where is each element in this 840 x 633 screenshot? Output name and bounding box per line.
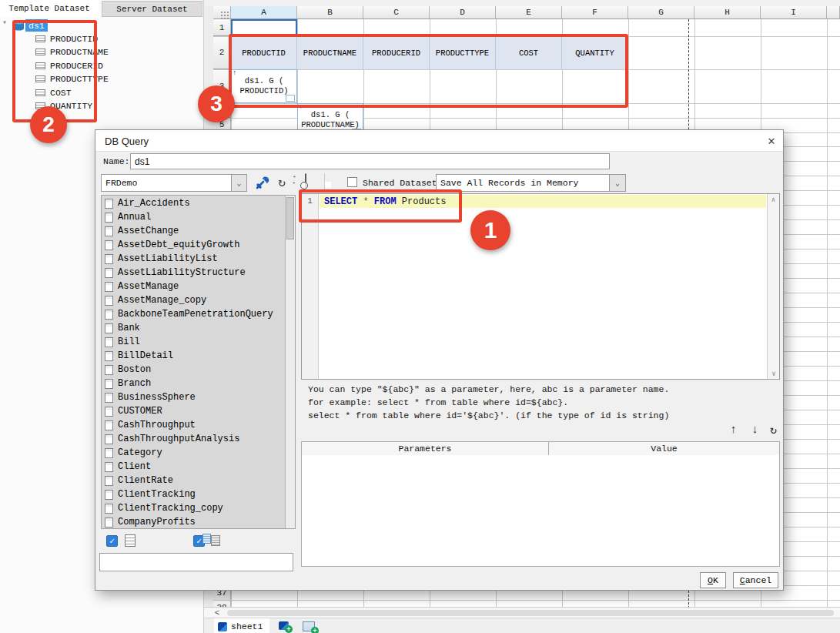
table-list-item[interactable]: AssetLiabilityList	[102, 252, 286, 266]
table-list-item[interactable]: AssetManage_copy	[102, 293, 286, 307]
name-label: Name:	[103, 156, 130, 166]
preview-icon[interactable]	[305, 173, 306, 189]
params-column-header[interactable]: Parameters	[301, 441, 549, 456]
panel-splitter[interactable]: ◂ ▸	[291, 174, 297, 193]
column-header-i[interactable]: I	[761, 6, 827, 19]
table-icon	[105, 504, 113, 514]
cancel-button[interactable]: Cancel	[733, 572, 778, 588]
param-move-up-icon[interactable]: ↑	[730, 424, 737, 437]
table-list-item[interactable]: BusinessSphere	[102, 390, 286, 404]
table-icon	[105, 490, 113, 500]
table-list-item[interactable]: Bill	[102, 335, 286, 349]
table-list-item[interactable]: Bank	[102, 321, 286, 335]
add-form-button[interactable]: +	[303, 621, 315, 631]
wrench-icon	[255, 176, 269, 190]
horizontal-scrollbar[interactable]	[227, 610, 834, 616]
table-list-item[interactable]: AssetChange	[102, 224, 286, 238]
table-list-item[interactable]: BillDetail	[102, 349, 286, 363]
plus-icon: +	[285, 625, 293, 633]
column-header-h[interactable]: H	[694, 6, 761, 19]
sql-scrollbar[interactable]: ∧ ∨	[767, 194, 779, 379]
table-name: AssetChange	[118, 226, 179, 236]
column-header-a[interactable]: A	[231, 6, 297, 19]
shared-dataset-label: Shared Dataset	[363, 178, 437, 188]
grid-corner-cell[interactable]	[213, 6, 231, 19]
tree-collapse-icon[interactable]: ▾	[2, 18, 7, 27]
save-mode-dropdown[interactable]: Save All Records in Memory ⌄	[436, 174, 626, 192]
table-icon	[105, 462, 113, 472]
table-list-item[interactable]: AssetDebt_equityGrowth	[102, 238, 286, 252]
column-header-c[interactable]: C	[363, 6, 430, 19]
table-list-item[interactable]: CUSTOMER	[102, 404, 286, 418]
dialog-titlebar[interactable]: DB Query ✕	[95, 130, 783, 152]
table-list-item[interactable]: CashThroughput	[102, 418, 286, 432]
connection-dropdown[interactable]: FRDemo ⌄	[101, 174, 247, 192]
table-list-scrollbar[interactable]	[285, 196, 295, 528]
close-icon[interactable]: ✕	[765, 134, 778, 148]
tab-template-dataset[interactable]: Template Dataset	[0, 0, 99, 17]
column-header-d[interactable]: D	[430, 6, 496, 19]
table-list-item[interactable]: Branch	[102, 377, 286, 390]
column-header-f[interactable]: F	[562, 6, 628, 19]
formula-line: ds1. G (	[311, 110, 350, 120]
chevron-down-icon[interactable]: ⌄	[609, 174, 626, 192]
scroll-up-icon[interactable]: ∧	[768, 194, 779, 205]
table-list-item[interactable]: CashThroughputAnalysis	[102, 432, 286, 446]
show-tables-checkbox[interactable]: ✓	[106, 535, 118, 547]
table-list-item[interactable]: ClientTracking	[102, 487, 286, 501]
worksheet-icon	[218, 622, 227, 631]
parameter-help-line: select * from table where id='${abc}'. (…	[308, 410, 669, 420]
table-search-input[interactable]	[99, 553, 293, 571]
table-list-item[interactable]: Category	[102, 446, 286, 460]
chevron-down-icon[interactable]: ⌄	[231, 174, 247, 192]
scrollbar-thumb[interactable]	[286, 197, 294, 239]
annotation-box-grid-cells	[229, 34, 628, 108]
table-icon	[105, 268, 113, 278]
table-icon	[105, 282, 113, 292]
table-name: CUSTOMER	[118, 406, 162, 417]
annotation-badge-1: 1	[470, 210, 510, 250]
table-name: Bank	[118, 323, 140, 333]
sheet-bar: < sheet1 + +	[204, 607, 840, 633]
table-list-item[interactable]: CompanyProfits	[102, 515, 286, 529]
table-list-item[interactable]: Boston	[102, 363, 286, 377]
dialog-title: DB Query	[105, 136, 149, 147]
column-header-e[interactable]: E	[496, 6, 562, 19]
connection-config-button[interactable]	[252, 172, 272, 193]
column-header-b[interactable]: B	[297, 6, 363, 19]
tab-server-dataset[interactable]: Server Dataset	[102, 1, 202, 17]
sheet-scroll-left-icon[interactable]: <	[212, 608, 223, 618]
table-list-item[interactable]: AssetLiabilityStructure	[102, 266, 286, 280]
add-worksheet-button[interactable]: +	[279, 621, 289, 630]
shared-dataset-checkbox[interactable]	[347, 177, 357, 187]
name-input[interactable]: ds1	[130, 153, 610, 169]
table-name: AssetDebt_equityGrowth	[118, 239, 239, 250]
ok-button[interactable]: OK	[700, 572, 726, 588]
plus-icon: +	[311, 627, 319, 633]
sheet-tab-label: sheet1	[231, 621, 263, 631]
value-column-header[interactable]: Value	[548, 441, 780, 456]
table-name: Category	[118, 447, 162, 458]
table-icon	[105, 407, 113, 417]
params-table-body[interactable]	[301, 455, 780, 567]
table-list-item[interactable]: Air_Accidents	[102, 196, 286, 210]
connection-value: FRDemo	[101, 174, 232, 192]
param-move-down-icon[interactable]: ↓	[751, 424, 758, 437]
table-list-item[interactable]: ClientRate	[102, 474, 286, 487]
table-name: AssetLiabilityList	[118, 253, 218, 264]
table-list-item[interactable]: Annual	[102, 210, 286, 224]
row-header-1[interactable]: 1	[213, 19, 231, 36]
column-header-g[interactable]: G	[628, 6, 694, 19]
sheet-tab-active[interactable]: sheet1	[214, 618, 269, 633]
table-list-item[interactable]: BackboneTeamPenetrationQuery	[102, 307, 286, 321]
table-list-item[interactable]: Client	[102, 460, 286, 474]
refresh-connection-button[interactable]: ↻	[273, 172, 291, 193]
scroll-down-icon[interactable]: ∨	[768, 368, 780, 379]
table-icon	[105, 310, 113, 320]
table-icon	[105, 213, 113, 223]
table-list-item[interactable]: AssetManage	[102, 280, 286, 293]
column-header-filler	[827, 6, 840, 19]
table-list-item[interactable]: ClientTracking_copy	[102, 501, 286, 515]
table-icon	[105, 226, 113, 236]
param-refresh-icon[interactable]: ↻	[770, 423, 777, 437]
